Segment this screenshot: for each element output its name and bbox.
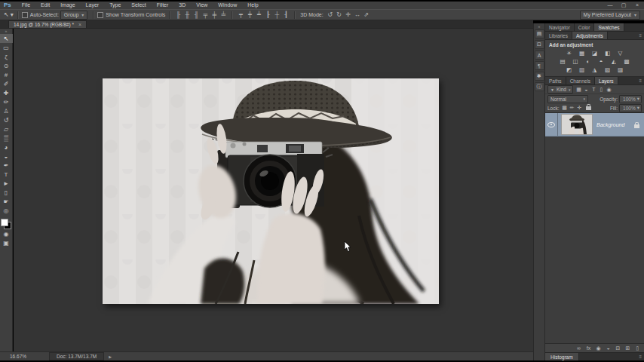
- quick-mask-button[interactable]: ◉: [0, 229, 13, 238]
- workspace-switcher-dropdown[interactable]: My Preferred Layout ▾: [580, 11, 640, 20]
- tab-histogram[interactable]: Histogram: [545, 353, 579, 360]
- fill-field[interactable]: 100% ▾: [619, 104, 642, 112]
- new-layer-icon[interactable]: ⊞: [623, 345, 633, 351]
- distribute-left-edges-icon[interactable]: ┠: [263, 11, 272, 20]
- history-brush-tool[interactable]: ↺: [0, 115, 13, 124]
- layer-filter-kind-dropdown[interactable]: ▼ Kind ▾: [547, 85, 573, 94]
- tab-paths[interactable]: Paths: [545, 77, 566, 84]
- filter-smart-objects-icon[interactable]: ◉: [605, 87, 612, 93]
- distribute-top-edges-icon[interactable]: ┯: [236, 11, 245, 20]
- canvas-image-woman-with-camera[interactable]: [103, 78, 439, 304]
- adj-selective-color-icon[interactable]: ▧: [602, 66, 613, 73]
- panel-menu-icon[interactable]: ≡: [639, 77, 644, 84]
- 3d-scale-icon[interactable]: ⇗: [362, 11, 371, 20]
- blend-mode-dropdown[interactable]: Normal ▾: [547, 95, 588, 103]
- layer-thumbnail[interactable]: [561, 114, 593, 135]
- lock-pixels-icon[interactable]: ✏: [569, 105, 576, 111]
- restore-button[interactable]: ▢: [617, 2, 630, 9]
- path-selection-tool[interactable]: ►: [0, 179, 13, 188]
- show-transform-controls-checkbox[interactable]: [97, 12, 103, 18]
- auto-select-target-dropdown[interactable]: Group ▾: [60, 11, 87, 20]
- blur-tool[interactable]: ◕: [0, 143, 13, 152]
- new-group-icon[interactable]: ⊟: [613, 345, 623, 351]
- zoom-level-field[interactable]: 16.67%: [10, 354, 26, 359]
- collapse-tools-icon[interactable]: »: [5, 29, 8, 34]
- adj-color-balance-icon[interactable]: ◫: [570, 57, 581, 65]
- tab-channels[interactable]: Channels: [566, 77, 595, 84]
- eraser-tool[interactable]: ▱: [0, 124, 13, 133]
- adj-vibrance-icon[interactable]: ▽: [615, 49, 626, 57]
- gradient-tool[interactable]: ▒: [0, 133, 13, 143]
- pen-tool[interactable]: ✒: [0, 161, 13, 170]
- tab-libraries[interactable]: Libraries: [545, 32, 572, 39]
- adj-black-white-icon[interactable]: ◐: [583, 57, 594, 65]
- document-tab[interactable]: 14.jpg @ 16.7% (RGB/8#) * ×: [8, 20, 87, 28]
- rectangular-marquee-tool[interactable]: ▭: [0, 43, 13, 52]
- adj-curves-icon[interactable]: ◪: [589, 49, 600, 57]
- link-layers-icon[interactable]: ∞: [574, 345, 584, 351]
- adj-posterize-icon[interactable]: ▥: [576, 66, 587, 73]
- new-adjustment-layer-icon[interactable]: ◒: [603, 345, 613, 351]
- layer-effects-icon[interactable]: fx: [584, 345, 593, 351]
- layer-row-background[interactable]: Background: [545, 113, 644, 137]
- align-right-edges-icon[interactable]: ╢: [192, 11, 201, 20]
- menu-file[interactable]: File: [17, 2, 35, 9]
- layer-visibility-toggle[interactable]: [545, 113, 558, 136]
- distribute-bottom-edges-icon[interactable]: ┷: [254, 11, 263, 20]
- foreground-color-swatch[interactable]: [1, 219, 8, 226]
- 3d-drag-icon[interactable]: ✛: [344, 11, 353, 20]
- opacity-field[interactable]: 100% ▾: [619, 95, 642, 103]
- 3d-slide-icon[interactable]: ↔: [353, 11, 362, 20]
- menu-view[interactable]: View: [191, 2, 213, 9]
- distribute-horizontal-centers-icon[interactable]: ┼: [272, 11, 281, 20]
- filter-pixel-layers-icon[interactable]: ▦: [575, 87, 582, 93]
- lock-transparency-icon[interactable]: ▩: [561, 105, 569, 111]
- add-layer-mask-icon[interactable]: ◉: [593, 345, 603, 351]
- align-bottom-edges-icon[interactable]: ╧: [219, 11, 228, 20]
- adj-hue-saturation-icon[interactable]: ▤: [557, 57, 569, 65]
- auto-select-checkbox[interactable]: [22, 12, 28, 18]
- document-canvas[interactable]: [14, 29, 533, 351]
- close-button[interactable]: ×: [630, 2, 644, 9]
- adj-photo-filter-icon[interactable]: ◓: [596, 57, 607, 65]
- filter-adjustment-layers-icon[interactable]: ◒: [582, 87, 590, 93]
- color-swatches-widget[interactable]: [1, 219, 11, 229]
- adj-channel-mixer-icon[interactable]: ◭: [609, 57, 620, 65]
- rectangle-tool[interactable]: ▯: [0, 188, 13, 197]
- filter-shape-layers-icon[interactable]: ▯: [597, 87, 605, 93]
- menu-3d[interactable]: 3D: [173, 2, 191, 9]
- menu-image[interactable]: Image: [55, 2, 80, 9]
- zoom-tool[interactable]: ◎: [0, 206, 13, 215]
- adj-levels-icon[interactable]: ▦: [576, 49, 587, 57]
- hand-tool[interactable]: ☛: [0, 197, 13, 206]
- character-panel-icon[interactable]: A: [535, 51, 544, 60]
- lock-all-icon[interactable]: [585, 106, 593, 111]
- align-top-edges-icon[interactable]: ╤: [201, 11, 210, 20]
- distribute-right-edges-icon[interactable]: ┨: [281, 11, 290, 20]
- move-tool[interactable]: ↖: [0, 34, 13, 43]
- type-tool[interactable]: T: [0, 170, 13, 179]
- adj-invert-icon[interactable]: ◩: [563, 66, 575, 73]
- brush-settings-panel-icon[interactable]: ✱: [535, 72, 544, 81]
- crop-tool[interactable]: #: [0, 70, 13, 79]
- spot-healing-brush-tool[interactable]: ✚: [0, 88, 13, 97]
- dodge-tool[interactable]: ◒: [0, 152, 13, 161]
- info-panel-icon[interactable]: ⓘ: [535, 82, 544, 91]
- brush-tool[interactable]: ✏: [0, 97, 13, 106]
- adj-exposure-icon[interactable]: ◧: [602, 49, 613, 57]
- adj-threshold-icon[interactable]: ◮: [589, 66, 600, 73]
- properties-panel-icon[interactable]: ▤: [535, 29, 544, 38]
- distribute-vertical-centers-icon[interactable]: ┿: [245, 11, 254, 20]
- paragraph-panel-icon[interactable]: ¶: [535, 61, 544, 70]
- menu-select[interactable]: Select: [126, 2, 151, 9]
- adj-color-lookup-icon[interactable]: ▩: [621, 57, 633, 65]
- layer-lock-icon[interactable]: [634, 118, 639, 131]
- align-left-edges-icon[interactable]: ╟: [173, 11, 182, 20]
- menu-type[interactable]: Type: [104, 2, 126, 9]
- lock-position-icon[interactable]: ✛: [576, 105, 584, 111]
- tab-swatches[interactable]: Swatches: [594, 23, 624, 31]
- clone-source-panel-icon[interactable]: ⊡: [535, 40, 544, 49]
- lasso-tool[interactable]: ζ: [0, 52, 13, 61]
- align-vertical-centers-icon[interactable]: ╪: [210, 11, 219, 20]
- tab-color[interactable]: Color: [575, 23, 595, 31]
